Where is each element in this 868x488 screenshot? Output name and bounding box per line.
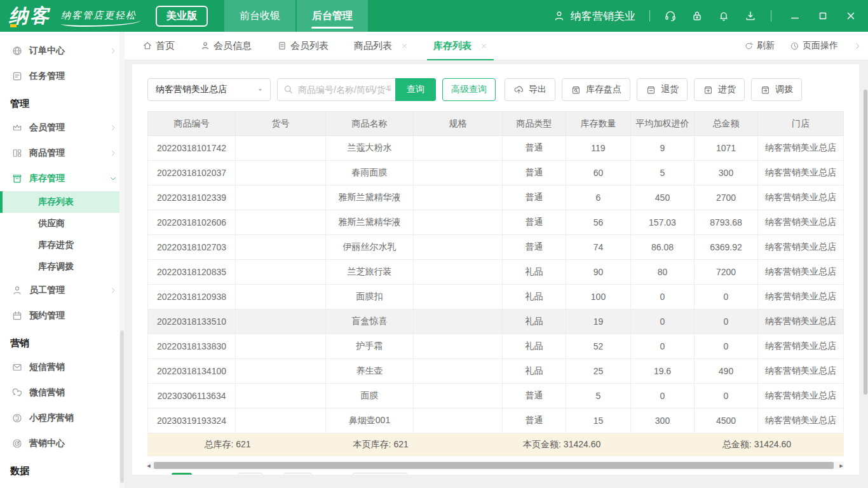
table-row-10[interactable]: 20230306113634面膜普通500纳客营销美业总店 — [148, 384, 844, 409]
store-select[interactable]: 纳客营销美业总店 — [147, 78, 271, 101]
vertical-scrollbar[interactable] — [863, 61, 868, 488]
pagination-button[interactable] — [284, 473, 312, 475]
refresh-button[interactable]: 刷新 — [744, 40, 775, 51]
sidebar-scrollbar-thumb[interactable] — [120, 330, 124, 483]
sidebar-subitem-7[interactable]: 供应商 — [0, 213, 125, 234]
table-cell: 86.08 — [631, 235, 695, 260]
edition-badge-button[interactable]: 美业版 — [156, 6, 208, 27]
table-row-4[interactable]: 20220318102703伊丽丝尔水乳普通7486.086369.92纳客营销… — [148, 235, 844, 260]
column-header: 总金额 — [695, 112, 758, 136]
user-account[interactable]: 纳客营销美业 — [553, 9, 635, 24]
sidebar-item-4[interactable]: 商品管理 — [0, 140, 125, 166]
horizontal-scrollbar-thumb[interactable] — [154, 462, 834, 469]
table-row-8[interactable]: 20220318133830护手霜礼品5200纳客营销美业总店 — [148, 334, 844, 359]
table-row-9[interactable]: 20220318134100养生壶礼品2519.6490纳客营销美业总店 — [148, 359, 844, 384]
refresh-icon — [744, 41, 754, 51]
close-icon[interactable] — [401, 43, 408, 50]
calendar-icon — [11, 310, 23, 322]
sidebar-item-15[interactable]: 小程序营销 — [0, 405, 125, 431]
table-cell: 礼品 — [503, 309, 566, 334]
action-button-3[interactable]: 进货 — [694, 78, 745, 101]
logo-text: 纳客 — [9, 6, 51, 25]
pagination-active-page-button[interactable] — [172, 473, 192, 475]
page-tab-3[interactable]: 商品列表 — [354, 32, 408, 60]
page-operations-label: 页面操作 — [803, 40, 838, 51]
scroll-right-arrow[interactable]: ► — [837, 461, 845, 470]
page-tab-1[interactable]: 会员信息 — [200, 32, 252, 60]
table-row-0[interactable]: 20220318101742兰蔻大粉水普通11991071纳客营销美业总店 — [148, 136, 844, 161]
pagination-page-size-select[interactable] — [353, 473, 407, 475]
close-icon[interactable] — [480, 43, 487, 50]
action-label: 退货 — [661, 84, 679, 95]
table-cell: 1071 — [695, 136, 758, 161]
notifications-bell-icon[interactable] — [717, 10, 730, 22]
table-row-6[interactable]: 20220318120938面膜扣礼品10000纳客营销美业总店 — [148, 285, 844, 309]
action-button-0[interactable]: 导出 — [505, 78, 555, 101]
table-row-1[interactable]: 20220318102037春雨面膜普通605300纳客营销美业总店 — [148, 161, 844, 186]
sidebar-item-label: 小程序营销 — [29, 412, 74, 424]
table-cell: 20220318101742 — [148, 136, 236, 161]
advanced-search-button[interactable]: 高级查询 — [442, 78, 496, 101]
table-cell: 5 — [566, 384, 631, 409]
pagination-button[interactable] — [238, 473, 262, 475]
mode-tab-backoffice[interactable]: 后台管理 — [297, 0, 368, 32]
table-row-11[interactable]: 20230319193324鼻烟壶001普通153004500纳客营销美业总店 — [148, 409, 844, 433]
app-logo: 纳客 纳客管店更轻松 — [9, 6, 137, 25]
sidebar-item-16[interactable]: 营销中心 — [0, 431, 125, 456]
action-button-4[interactable]: 调拨 — [751, 78, 802, 101]
table-row-2[interactable]: 20220318102339雅斯兰黛精华液普通64502700纳客营销美业总店 — [148, 186, 844, 210]
action-label: 调拨 — [775, 84, 793, 95]
page-amount: 本页金额:31424.60 — [454, 439, 670, 451]
table-cell: 普通 — [503, 384, 566, 409]
sidebar-item-1[interactable]: 任务管理 — [0, 64, 125, 89]
table-cell: 0 — [631, 384, 695, 409]
table-row-7[interactable]: 20220318133510盲盒惊喜礼品1900纳客营销美业总店 — [148, 309, 844, 334]
vertical-scrollbar-thumb[interactable] — [864, 90, 867, 395]
table-cell — [236, 235, 326, 260]
table-cell: 8793.68 — [695, 210, 758, 235]
mode-tab-frontdesk[interactable]: 前台收银 — [224, 0, 295, 32]
sidebar-section-2: 管理 — [0, 89, 125, 115]
action-button-2[interactable]: 退货 — [637, 78, 688, 101]
sidebar-item-10[interactable]: 员工管理 — [0, 278, 125, 303]
search-button[interactable]: 查询 — [395, 78, 436, 101]
table-cell: 0 — [695, 285, 758, 309]
sidebar-subitem-8[interactable]: 库存进货 — [0, 234, 125, 256]
sidebar-item-14[interactable]: 微信营销 — [0, 380, 125, 405]
lock-icon[interactable] — [691, 10, 703, 22]
chevron-right-icon — [109, 149, 117, 157]
minimize-button[interactable] — [789, 10, 801, 22]
total-amount: 总金额:31424.60 — [670, 439, 844, 451]
chevron-down-icon — [109, 175, 117, 182]
page-operations-button[interactable]: 页面操作 — [790, 40, 838, 51]
table-row-3[interactable]: 20220318102606雅斯兰黛精华液普通56157.038793.68纳客… — [148, 210, 844, 235]
action-button-1[interactable]: 库存盘点 — [562, 78, 630, 101]
sidebar-item-13[interactable]: 短信营销 — [0, 355, 125, 380]
sidebar-item-18[interactable]: 统计报表 — [0, 482, 125, 488]
table-row-5[interactable]: 20220318120835兰芝旅行装礼品90807200纳客营销美业总店 — [148, 260, 844, 285]
sidebar-item-11[interactable]: 预约管理 — [0, 303, 125, 329]
download-icon[interactable] — [744, 10, 757, 22]
page-tab-0[interactable]: 首页 — [142, 32, 175, 60]
chevron-right-icon[interactable] — [853, 42, 862, 50]
table-cell — [414, 260, 503, 285]
scroll-left-arrow[interactable]: ◄ — [145, 461, 153, 470]
close-window-button[interactable] — [845, 10, 857, 22]
column-header: 平均加权进价 — [631, 112, 695, 136]
horizontal-scrollbar[interactable]: ◄ ► — [147, 461, 844, 470]
sidebar-subitem-6[interactable]: 库存列表 — [0, 191, 125, 213]
page-tab-4[interactable]: 库存列表 — [433, 32, 487, 60]
page-tab-2[interactable]: 会员列表 — [277, 32, 329, 60]
sidebar-subitem-9[interactable]: 库存调拨 — [0, 256, 125, 278]
column-header: 商品编号 — [148, 112, 236, 136]
sidebar-scrollbar[interactable] — [119, 32, 125, 488]
support-headset-icon[interactable] — [664, 10, 677, 22]
refresh-label: 刷新 — [757, 40, 775, 51]
table-cell: 雅斯兰黛精华液 — [326, 210, 414, 235]
table-cell — [236, 384, 326, 409]
maximize-button[interactable] — [817, 10, 829, 22]
sidebar-item-3[interactable]: 会员管理 — [0, 115, 125, 140]
table-cell: 普通 — [503, 235, 566, 260]
sidebar-item-5[interactable]: 库存管理 — [0, 166, 125, 191]
sidebar-item-0[interactable]: 订单中心 — [0, 38, 125, 64]
